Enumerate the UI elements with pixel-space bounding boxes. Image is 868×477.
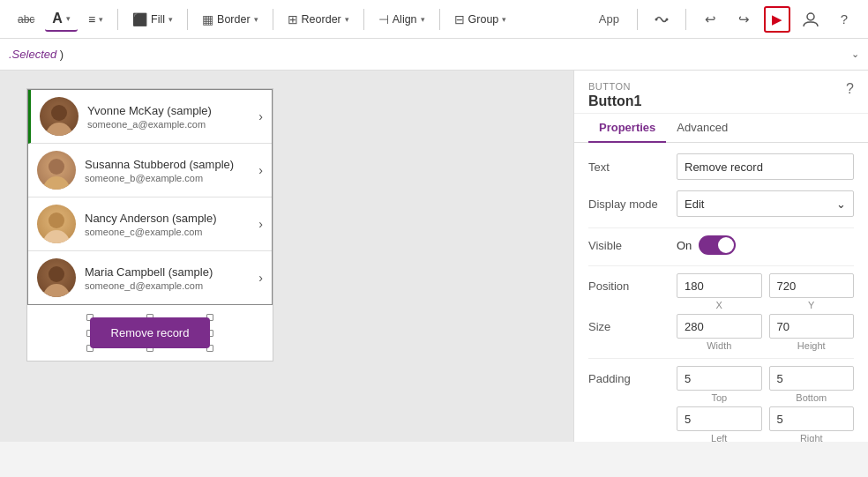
undo-btn[interactable]: ↩: [697, 6, 723, 33]
align-menu-btn[interactable]: ⊣ Align ▾: [371, 9, 432, 30]
play-btn[interactable]: ▶: [764, 6, 790, 33]
gallery-item-name: Nancy Anderson (sample): [85, 212, 258, 225]
prop-text-row: Text: [588, 153, 854, 180]
prop-visible-on-label: On: [677, 239, 692, 252]
size-h-input[interactable]: [769, 314, 855, 339]
ribbon-divider-3: [273, 9, 273, 30]
avatar: [37, 151, 76, 190]
section-divider-3: [588, 358, 854, 359]
ribbon-divider-4: [363, 9, 364, 30]
pad-bottom-label: Bottom: [769, 392, 855, 403]
redo-btn[interactable]: ↪: [730, 6, 757, 33]
user-btn[interactable]: [797, 6, 824, 33]
remove-record-button[interactable]: Remove record: [90, 317, 211, 348]
section-divider-1: [588, 227, 854, 228]
user-icon: [803, 11, 819, 27]
formula-bar: .Selected ) ⌄: [0, 39, 868, 71]
svg-point-9: [43, 230, 70, 243]
formula-expand-icon[interactable]: ⌄: [851, 48, 859, 60]
pad-right-input[interactable]: [769, 406, 855, 431]
size-inputs: Width Height: [677, 314, 854, 351]
align-btn[interactable]: ≡ ▾: [81, 9, 110, 30]
prop-padding-row: Padding Top Bottom: [588, 366, 854, 403]
formula-text: ): [60, 48, 64, 61]
align-menu-icon: ⊣: [378, 12, 389, 26]
pad-left-input[interactable]: [677, 406, 762, 431]
top-divider-1: [637, 9, 638, 30]
prop-display-mode-value: Edit: [685, 198, 704, 211]
toggle-knob: [718, 237, 734, 253]
prop-size-row: Size Width Height: [588, 314, 854, 351]
gallery-item[interactable]: Nancy Anderson (sample) someone_c@exampl…: [28, 198, 272, 251]
svg-point-14: [49, 266, 64, 282]
svg-point-12: [43, 284, 70, 297]
prop-visible-row: Visible On: [588, 235, 854, 255]
prop-display-mode-select[interactable]: Edit ⌄: [677, 190, 854, 217]
tab-advanced[interactable]: Advanced: [666, 114, 738, 143]
pad-right-wrap: Right: [769, 406, 855, 442]
gallery-item-name: Maria Campbell (sample): [85, 265, 258, 279]
pos-x-input[interactable]: [677, 273, 762, 298]
display-mode-chevron-icon: ⌄: [836, 198, 846, 211]
gallery-item[interactable]: Yvonne McKay (sample) someone_a@example.…: [28, 90, 272, 144]
panel-header: BUTTON Button1 ?: [574, 71, 868, 114]
abc-btn[interactable]: abc: [11, 10, 41, 29]
prop-position-row: Position X Y: [588, 273, 854, 310]
padding-top-inputs: Top Bottom: [677, 366, 854, 403]
pos-x-label: X: [677, 300, 762, 310]
pos-y-input[interactable]: [769, 273, 855, 298]
text-format-chevron: ▾: [66, 14, 71, 23]
panel-header-info: BUTTON Button1: [588, 81, 641, 109]
reorder-btn[interactable]: ⊞ Reorder ▾: [281, 9, 356, 30]
diagnostics-btn[interactable]: [648, 6, 675, 33]
size-h-wrap: Height: [769, 314, 855, 351]
help-btn[interactable]: ?: [831, 6, 857, 33]
top-bar: abc A ▾ ≡ ▾ ⬛ Fill ▾ ▦ Border ▾ ⊞ Reorde…: [0, 0, 868, 39]
prop-position-label: Position: [588, 273, 677, 293]
right-panel: BUTTON Button1 ? Properties Advanced Tex…: [573, 71, 868, 442]
pad-top-label: Top: [677, 392, 762, 403]
gallery-item[interactable]: Maria Campbell (sample) someone_d@exampl…: [28, 251, 272, 304]
prop-text-input[interactable]: [677, 153, 854, 180]
border-btn[interactable]: ▦ Border ▾: [195, 9, 266, 30]
top-bar-right: App ↩ ↪ ▶ ?: [592, 6, 857, 33]
svg-point-1: [666, 18, 669, 20]
top-bar-left: abc A ▾ ≡ ▾ ⬛ Fill ▾ ▦ Border ▾ ⊞ Reorde…: [11, 7, 513, 32]
remove-record-btn-wrapper: Remove record: [90, 317, 211, 348]
svg-point-6: [43, 176, 70, 190]
pad-bottom-input[interactable]: [769, 366, 855, 391]
gallery-chevron-icon: ›: [258, 163, 263, 177]
group-chevron: ▾: [502, 15, 506, 24]
pad-left-wrap: Left: [677, 406, 762, 442]
text-format-btn[interactable]: A ▾: [45, 7, 78, 32]
group-icon: ⊟: [454, 12, 465, 26]
pad-left-label: Left: [677, 433, 762, 442]
gallery-item-email: someone_c@example.com: [85, 227, 258, 237]
size-w-input[interactable]: [677, 314, 762, 339]
group-btn[interactable]: ⊟ Group ▾: [447, 9, 514, 30]
size-w-label: Width: [677, 340, 762, 351]
app-canvas: Yvonne McKay (sample) someone_a@example.…: [26, 88, 273, 361]
gallery-chevron-icon: ›: [258, 109, 263, 123]
visible-toggle[interactable]: [699, 235, 736, 255]
gallery-item-info: Yvonne McKay (sample) someone_a@example.…: [87, 104, 258, 130]
avatar: [40, 97, 79, 136]
reorder-label: Reorder: [302, 13, 341, 26]
fill-btn[interactable]: ⬛ Fill ▾: [125, 9, 180, 30]
border-chevron: ▾: [254, 15, 258, 24]
fill-chevron: ▾: [168, 15, 173, 24]
prop-padding-label: Padding: [588, 366, 677, 385]
gallery-item-name: Susanna Stubberod (sample): [85, 158, 258, 171]
panel-header-row: BUTTON Button1 ?: [588, 81, 854, 109]
pad-top-input[interactable]: [677, 366, 762, 391]
tab-properties[interactable]: Properties: [588, 114, 666, 143]
gallery-item-email: someone_d@example.com: [85, 280, 258, 291]
gallery-item-email: someone_b@example.com: [85, 173, 258, 183]
pos-y-label: Y: [769, 300, 855, 310]
panel-help-icon[interactable]: ?: [846, 81, 854, 97]
formula-content[interactable]: .Selected ): [9, 48, 851, 61]
ribbon-divider-2: [187, 9, 188, 30]
align-menu-chevron: ▾: [421, 15, 425, 24]
gallery-item[interactable]: Susanna Stubberod (sample) someone_b@exa…: [28, 144, 272, 198]
gallery-chevron-icon: ›: [258, 217, 263, 231]
